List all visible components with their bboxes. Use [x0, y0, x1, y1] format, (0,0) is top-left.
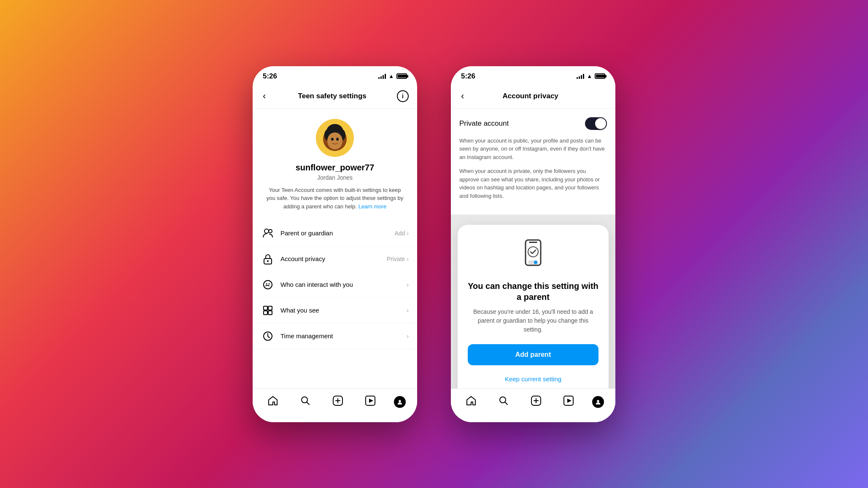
settings-item-time[interactable]: Time management › [253, 324, 417, 349]
status-time-2: 5:26 [461, 72, 475, 81]
settings-item-parent[interactable]: Parent or guardian Add › [253, 221, 417, 246]
interact-icon [261, 278, 275, 291]
info-button[interactable]: i [397, 90, 409, 102]
item-right-text-parent: Add [394, 230, 405, 237]
settings-item-privacy[interactable]: Account privacy Private › [253, 246, 417, 272]
status-icons-2: ▲ [577, 73, 605, 79]
real-name: Jordan Jones [317, 174, 353, 181]
nav-search-2[interactable] [495, 392, 512, 412]
settings-list: Parent or guardian Add › Account [253, 217, 417, 353]
chevron-icon-see: › [407, 307, 409, 314]
privacy-desc-1: When your account is public, your profil… [459, 137, 607, 162]
settings-item-see[interactable]: What you see › [253, 298, 417, 324]
back-button-1[interactable]: ‹ [261, 89, 267, 103]
svg-point-30 [534, 261, 537, 264]
people-icon [261, 226, 275, 240]
chevron-icon-privacy: › [407, 256, 409, 262]
item-content-parent: Parent or guardian [280, 229, 394, 237]
nav-reels-2[interactable] [560, 392, 577, 412]
profile-section: sunflower_power77 Jordan Jones Your Teen… [253, 109, 417, 218]
chevron-icon-interact: › [407, 281, 409, 288]
svg-marker-24 [369, 399, 373, 403]
svg-rect-19 [268, 311, 272, 315]
card-title: You can change this setting with a paren… [468, 280, 598, 302]
svg-rect-18 [264, 311, 267, 315]
avatar-ring [316, 119, 354, 157]
nav-header-1: ‹ Teen safety settings i [253, 84, 417, 109]
screen-account-privacy: ‹ Account privacy Private account When y… [451, 84, 615, 418]
teen-description: Your Teen Account comes with built-in se… [261, 186, 409, 211]
status-icons-1: ▲ [378, 73, 407, 79]
svg-marker-34 [567, 399, 571, 403]
svg-point-12 [267, 260, 269, 262]
svg-point-9 [264, 229, 269, 233]
svg-rect-16 [264, 306, 267, 310]
screen-teen-safety: ‹ Teen safety settings i [253, 84, 417, 418]
item-label-see: What you see [280, 307, 319, 314]
avatar-image [316, 119, 354, 157]
eye-icon [261, 304, 275, 317]
battery-icon-1 [396, 73, 407, 79]
clock-icon [261, 329, 275, 343]
item-right-interact: › [407, 281, 409, 288]
username: sunflower_power77 [296, 163, 375, 173]
toggle-knob [595, 118, 606, 129]
nav-header-2: ‹ Account privacy [451, 84, 615, 109]
privacy-desc-2: When your account is private, only the f… [459, 167, 607, 200]
nav-plus-1[interactable] [329, 392, 347, 412]
nav-search-1[interactable] [297, 392, 314, 412]
signal-icon-1 [378, 74, 386, 79]
lock-icon [261, 252, 275, 266]
svg-point-14 [266, 283, 267, 285]
add-parent-button[interactable]: Add parent [468, 344, 598, 365]
status-bar-2: 5:26 ▲ [451, 66, 615, 84]
private-account-label: Private account [459, 119, 509, 128]
overlay-area: You can change this setting with a paren… [451, 215, 615, 418]
back-button-2[interactable]: ‹ [459, 89, 466, 103]
svg-point-15 [269, 283, 270, 285]
parent-card: You can change this setting with a paren… [458, 225, 609, 398]
nav-title-1: Teen safety settings [298, 92, 367, 100]
card-icon-container [516, 238, 550, 272]
bottom-nav-2 [451, 388, 615, 422]
svg-point-35 [597, 400, 599, 402]
item-label-interact: Who can interact with you [280, 281, 353, 288]
nav-profile-1[interactable] [394, 396, 406, 408]
private-account-toggle[interactable] [585, 117, 607, 130]
item-label-privacy: Account privacy [280, 255, 325, 262]
chevron-icon-time: › [407, 333, 409, 340]
svg-point-6 [331, 138, 334, 140]
phone-1: 5:26 ▲ ‹ Teen safety settings i [253, 66, 417, 422]
phone-shield-icon [516, 238, 550, 272]
item-content-interact: Who can interact with you [280, 281, 407, 288]
keep-setting-button[interactable]: Keep current setting [501, 372, 565, 386]
item-right-see: › [407, 307, 409, 314]
svg-point-25 [399, 400, 401, 402]
card-desc: Because you're under 16, you'll need to … [468, 307, 598, 334]
svg-point-13 [264, 280, 272, 289]
item-content-privacy: Account privacy [280, 255, 387, 263]
phone-2: 5:26 ▲ ‹ Account privacy Private account [451, 66, 615, 422]
svg-point-10 [269, 229, 272, 233]
nav-title-2: Account privacy [503, 92, 558, 100]
nav-profile-2[interactable] [592, 396, 604, 408]
item-label-parent: Parent or guardian [280, 229, 333, 237]
nav-reels-1[interactable] [361, 392, 379, 412]
svg-point-8 [333, 142, 341, 148]
wifi-icon-1: ▲ [388, 73, 394, 79]
item-right-privacy: Private › [387, 256, 409, 262]
nav-home-1[interactable] [264, 392, 282, 412]
item-content-time: Time management [280, 332, 407, 340]
learn-more-link[interactable]: Learn more [359, 203, 386, 210]
bottom-nav-1 [253, 388, 417, 422]
settings-item-interact[interactable]: Who can interact with you › [253, 272, 417, 298]
nav-home-2[interactable] [462, 392, 480, 412]
nav-plus-2[interactable] [527, 392, 545, 412]
chevron-icon-parent: › [407, 230, 409, 237]
battery-icon-2 [595, 73, 605, 79]
item-right-parent: Add › [394, 230, 409, 237]
svg-rect-17 [268, 306, 272, 310]
status-time-1: 5:26 [263, 72, 277, 81]
wifi-icon-2: ▲ [587, 73, 592, 79]
info-icon: i [402, 93, 404, 100]
